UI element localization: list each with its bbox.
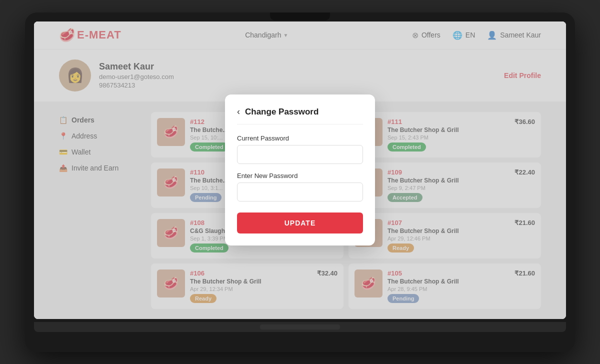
modal-overlay: ‹ Change Password Current Password Enter… bbox=[34, 22, 566, 319]
new-password-label: Enter New Password bbox=[237, 172, 363, 180]
current-password-group: Current Password bbox=[237, 134, 363, 164]
current-password-label: Current Password bbox=[237, 134, 363, 142]
change-password-modal: ‹ Change Password Current Password Enter… bbox=[225, 94, 375, 246]
new-password-input[interactable] bbox=[237, 182, 363, 202]
modal-header: ‹ Change Password bbox=[237, 106, 363, 124]
current-password-input[interactable] bbox=[237, 145, 363, 164]
modal-title: Change Password bbox=[245, 107, 318, 117]
back-button[interactable]: ‹ bbox=[237, 106, 240, 117]
update-button[interactable]: UPDATE bbox=[237, 212, 363, 234]
new-password-group: Enter New Password bbox=[237, 172, 363, 202]
